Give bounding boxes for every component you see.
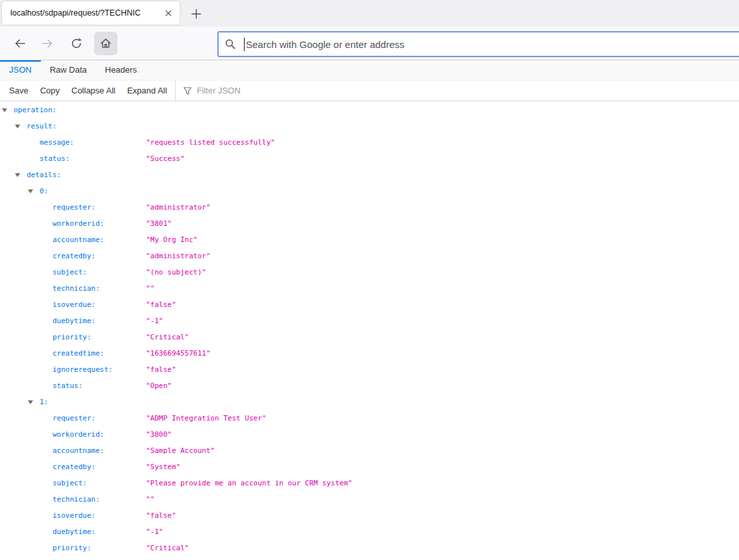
json-key: priority: xyxy=(53,540,91,556)
json-value: "" xyxy=(146,280,154,297)
json-value: "Critical" xyxy=(146,329,189,345)
tree-row: details: xyxy=(0,167,739,183)
toolbar-separator xyxy=(175,80,176,101)
tree-row: status:"Success" xyxy=(0,151,739,167)
navigation-toolbar xyxy=(0,27,739,60)
json-key: createdby: xyxy=(53,248,95,264)
tree-row: status:"Open" xyxy=(0,378,739,394)
json-key[interactable]: 1: xyxy=(40,394,48,410)
filter-funnel-icon xyxy=(183,86,192,95)
search-icon xyxy=(224,38,236,50)
json-key[interactable]: operation: xyxy=(14,102,56,118)
json-value: "System" xyxy=(146,459,180,475)
save-button[interactable]: Save xyxy=(0,80,34,101)
address-input[interactable] xyxy=(245,32,739,56)
json-key: workorderid: xyxy=(53,215,104,232)
tree-row: priority:"Critical" xyxy=(0,329,739,345)
expander-arrow-icon[interactable] xyxy=(28,400,33,404)
json-key: createdtime: xyxy=(53,345,104,361)
tree-row: isoverdue:"false" xyxy=(0,507,739,524)
expand-all-button[interactable]: Expand All xyxy=(121,80,173,101)
json-key[interactable]: details: xyxy=(27,167,61,183)
tree-row: createdtime:"1636694557611" xyxy=(0,345,739,361)
json-key: requester: xyxy=(53,410,95,426)
copy-button[interactable]: Copy xyxy=(34,80,66,101)
tree-row: requester:"administrator" xyxy=(0,199,739,215)
json-key: workorderid: xyxy=(53,426,104,443)
json-value: "1636694557611" xyxy=(146,345,210,361)
json-value: "Critical" xyxy=(146,540,189,556)
json-value: "requests listed successfully" xyxy=(146,134,275,151)
expander-arrow-icon[interactable] xyxy=(15,173,20,177)
home-button[interactable] xyxy=(94,32,117,55)
expander-arrow-icon[interactable] xyxy=(2,108,7,112)
tab-json[interactable]: JSON xyxy=(0,60,41,80)
tree-row: subject:"Please provide me an account in… xyxy=(0,475,739,491)
json-key: priority: xyxy=(53,329,91,345)
json-tree: operation:result:message:"requests liste… xyxy=(0,101,739,556)
json-key: duebytime: xyxy=(53,524,95,540)
browser-tab-strip: localhost/sdpapi/request/?TECHNIC xyxy=(0,0,739,27)
json-key: ignorerequest: xyxy=(53,361,113,378)
json-value: "-1" xyxy=(146,313,164,329)
json-key: duebytime: xyxy=(53,313,95,329)
filter-json-input[interactable] xyxy=(197,86,326,95)
json-key: technician: xyxy=(53,491,100,507)
tree-row: accountname:"My Org Inc" xyxy=(0,232,739,248)
tree-row: accountname:"Sample Account" xyxy=(0,443,739,459)
tree-row: 0: xyxy=(0,183,739,199)
json-key: status: xyxy=(53,378,82,394)
json-value: "3800" xyxy=(146,426,172,443)
tab-headers[interactable]: Headers xyxy=(96,60,146,80)
collapse-all-button[interactable]: Collapse All xyxy=(66,80,121,101)
tree-row: technician:"" xyxy=(0,280,739,297)
tab-title: localhost/sdpapi/request/?TECHNIC xyxy=(10,8,162,18)
json-key: isoverdue: xyxy=(53,507,95,524)
tree-row: ignorerequest:"false" xyxy=(0,361,739,378)
new-tab-button[interactable] xyxy=(188,6,204,21)
json-value: "false" xyxy=(146,297,176,313)
json-value: "My Org Inc" xyxy=(146,232,197,248)
browser-tab[interactable]: localhost/sdpapi/request/?TECHNIC xyxy=(2,1,180,25)
address-bar[interactable] xyxy=(217,31,739,57)
json-value: "(no subject)" xyxy=(146,264,206,280)
json-key: message: xyxy=(40,134,74,151)
reload-icon[interactable] xyxy=(70,37,83,50)
json-value: "Open" xyxy=(146,378,172,394)
json-value: "false" xyxy=(146,507,176,524)
json-value: "Please provide me an account in our CRM… xyxy=(146,475,352,491)
home-icon xyxy=(99,37,112,50)
tree-row: priority:"Critical" xyxy=(0,540,739,556)
expander-arrow-icon[interactable] xyxy=(28,189,33,193)
json-key[interactable]: 0: xyxy=(40,183,48,199)
tree-row: operation: xyxy=(0,102,739,118)
expander-arrow-icon[interactable] xyxy=(15,125,20,128)
json-key: subject: xyxy=(53,475,87,491)
json-key: requester: xyxy=(53,199,95,215)
json-key[interactable]: result: xyxy=(27,118,56,134)
json-key: subject: xyxy=(53,264,87,280)
tree-row: createdby:"System" xyxy=(0,459,739,475)
back-icon[interactable] xyxy=(14,37,27,50)
json-value: "administrator" xyxy=(146,248,210,264)
json-viewer-toolbar: Save Copy Collapse All Expand All xyxy=(0,80,739,101)
json-key: accountname: xyxy=(53,443,104,459)
json-value: "-1" xyxy=(146,524,164,540)
tree-row: workorderid:"3800" xyxy=(0,426,739,443)
json-value: "" xyxy=(146,491,154,507)
tree-row: subject:"(no subject)" xyxy=(0,264,739,280)
json-key: isoverdue: xyxy=(53,297,95,313)
json-value: "3801" xyxy=(146,215,172,232)
json-value: "false" xyxy=(146,361,176,378)
tab-raw-data[interactable]: Raw Data xyxy=(41,60,96,80)
tab-close-icon[interactable] xyxy=(162,6,175,19)
tree-row: requester:"ADMP Integration Test User" xyxy=(0,410,739,426)
json-value: "Sample Account" xyxy=(146,443,215,459)
tree-row: 1: xyxy=(0,394,739,410)
json-key: createdby: xyxy=(53,459,95,475)
json-key: accountname: xyxy=(53,232,104,248)
json-value: "ADMP Integration Test User" xyxy=(146,410,266,426)
json-key: technician: xyxy=(53,280,100,297)
tree-row: technician:"" xyxy=(0,491,739,507)
json-value: "Success" xyxy=(146,151,185,167)
